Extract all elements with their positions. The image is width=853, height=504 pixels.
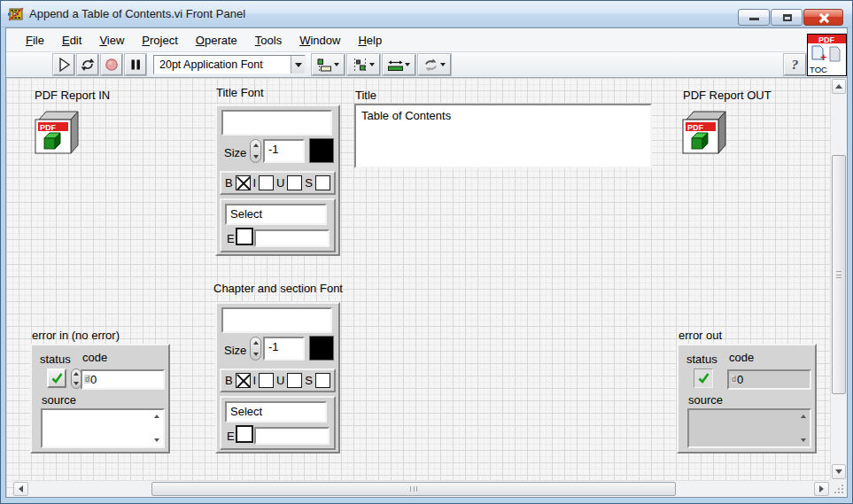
chapter-font-label: Chapter and section Font (213, 282, 343, 295)
increment-icon (74, 372, 79, 376)
resize-objects-button[interactable] (383, 54, 415, 75)
menu-file[interactable]: File (17, 29, 53, 51)
source-field (687, 408, 811, 448)
context-help-button[interactable]: ? (784, 54, 806, 75)
chevron-down-icon (334, 63, 339, 66)
align-objects-button[interactable] (312, 54, 345, 75)
title-font-cluster: Size -1 B I U S Select E (215, 105, 340, 256)
status-boolean (694, 368, 713, 388)
code-value: 0 (737, 373, 743, 386)
status-ok-icon (697, 372, 710, 384)
underline-label: U (276, 176, 284, 190)
enable-checkbox[interactable] (236, 228, 253, 245)
font-color-box[interactable] (309, 336, 334, 361)
italic-checkbox[interactable] (259, 175, 274, 190)
distribute-objects-button[interactable] (347, 54, 380, 75)
run-continuously-icon (81, 58, 95, 72)
client-area: File Edit View Project Operate Tools Win… (5, 27, 848, 498)
vertical-scrollbar[interactable] (830, 78, 847, 480)
pdf-report-in-control[interactable]: PDF (34, 109, 80, 155)
source-label: source (688, 393, 723, 407)
strikeout-label: S (305, 374, 313, 387)
menu-view[interactable]: View (90, 29, 133, 51)
menu-window[interactable]: Window (291, 29, 349, 51)
enable-checkbox[interactable] (236, 425, 253, 443)
front-panel: PDF Report IN PDF PDF Report OUT PDF (6, 78, 847, 497)
italic-label: I (253, 374, 257, 387)
scroll-down-button[interactable] (832, 464, 846, 479)
svg-text:PDF: PDF (40, 123, 57, 132)
pause-icon (129, 58, 142, 71)
thumb-grip (836, 271, 841, 278)
font-select-subcluster: Select E (220, 396, 336, 450)
font-selector-dropdown-button[interactable] (291, 56, 305, 74)
size-spinner[interactable] (250, 139, 261, 163)
strikeout-checkbox[interactable] (315, 373, 330, 388)
menu-edit[interactable]: Edit (53, 29, 90, 51)
code-field: d0 (727, 369, 811, 390)
menu-help[interactable]: Help (349, 29, 391, 51)
status-boolean[interactable] (47, 368, 66, 388)
error-in-label: error in (no error) (32, 329, 120, 342)
chevron-down-icon (369, 63, 375, 66)
title-string-field[interactable]: Table of Contents (354, 104, 652, 168)
code-field[interactable]: d0 (81, 369, 165, 390)
pause-button[interactable] (125, 54, 146, 75)
close-button[interactable] (803, 9, 843, 26)
resize-grip[interactable] (829, 480, 847, 497)
scroll-right-button[interactable] (814, 482, 829, 496)
run-icon (57, 57, 71, 73)
horizontal-scrollbar-thumb[interactable] (151, 482, 676, 496)
run-button[interactable] (53, 54, 74, 75)
size-label: Size (224, 344, 246, 357)
source-field[interactable] (41, 408, 165, 448)
titlebar[interactable]: Append a Table of Contents.vi Front Pane… (1, 1, 852, 27)
abort-button[interactable] (101, 54, 122, 75)
reorder-button[interactable] (418, 54, 451, 75)
italic-checkbox[interactable] (259, 373, 274, 388)
radix-mark: d (731, 375, 737, 384)
size-field[interactable]: -1 (263, 139, 305, 163)
size-field[interactable]: -1 (263, 337, 305, 361)
increment-icon (253, 341, 259, 345)
font-name-field[interactable] (221, 307, 332, 333)
pdf-report-out-indicator[interactable]: PDF (681, 109, 727, 155)
pdf-report-in-label: PDF Report IN (35, 89, 110, 102)
enable-text-field[interactable] (254, 229, 330, 247)
scroll-up-button[interactable] (832, 79, 846, 94)
run-continuously-button[interactable] (77, 54, 98, 75)
underline-checkbox[interactable] (287, 175, 302, 190)
menu-tools[interactable]: Tools (246, 29, 291, 51)
font-select-field[interactable]: Select (225, 204, 327, 225)
thumb-grip (410, 486, 417, 492)
enable-label: E (227, 430, 235, 443)
size-spinner[interactable] (250, 337, 261, 361)
bold-checkbox[interactable] (236, 373, 251, 388)
font-color-box[interactable] (309, 138, 334, 163)
enable-text-field[interactable] (254, 427, 330, 445)
chevron-down-icon (295, 63, 302, 67)
source-scrollbar[interactable] (151, 410, 161, 446)
font-selector[interactable]: 20pt Application Font (153, 55, 306, 74)
menu-project[interactable]: Project (133, 29, 186, 51)
minimize-button[interactable] (738, 9, 770, 26)
vertical-scrollbar-thumb[interactable] (832, 155, 846, 394)
underline-checkbox[interactable] (287, 373, 302, 388)
chevron-down-icon (440, 63, 446, 66)
scroll-left-button[interactable] (13, 482, 28, 496)
strikeout-checkbox[interactable] (315, 175, 330, 190)
code-value: 0 (90, 373, 97, 386)
font-select-field[interactable]: Select (225, 401, 327, 423)
source-scrollbar[interactable] (797, 410, 808, 446)
horizontal-scrollbar[interactable] (13, 480, 829, 497)
decrement-icon (253, 155, 259, 159)
scroll-down-icon (154, 438, 159, 442)
bold-checkbox[interactable] (236, 175, 251, 190)
strikeout-label: S (305, 176, 313, 190)
font-name-field[interactable] (221, 110, 332, 136)
size-label: Size (224, 146, 246, 159)
maximize-button[interactable] (771, 9, 803, 26)
menu-operate[interactable]: Operate (187, 29, 246, 51)
labview-vi-icon (8, 6, 24, 22)
toolbar: 20pt Application Font (6, 52, 847, 78)
